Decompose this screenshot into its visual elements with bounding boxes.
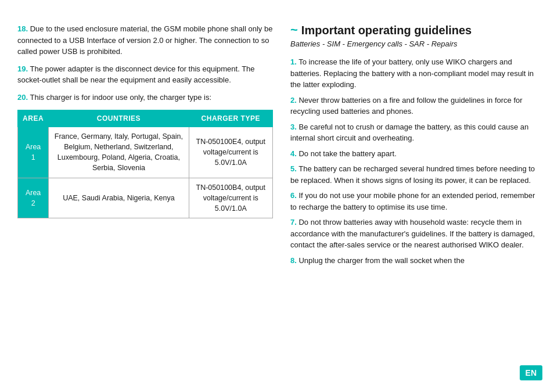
header-charger-type: CHARGER TYPE [189, 110, 272, 127]
item-18-text: Due to the used enclosure material, the … [17, 24, 272, 56]
item-20-text: This charger is for indoor use only, the… [28, 93, 211, 102]
table-header-row: AREA COUNTRIES CHARGER TYPE [18, 110, 273, 127]
page: 18. Due to the used enclosure material, … [0, 0, 554, 392]
right-item-5-text: The battery can be recharged several hun… [290, 164, 535, 185]
charger-type-2: TN-050100B4, output voltage/current is 5… [189, 178, 272, 218]
right-item-7-text: Do not throw batteries away with househo… [290, 218, 535, 249]
right-item-2-text: Never throw batteries on a fire and foll… [290, 96, 523, 116]
right-item-3: 3. Be careful not to crush or damage the… [290, 121, 537, 144]
countries-2: UAE, Saudi Arabia, Nigeria, Kenya [49, 178, 189, 218]
tilde-symbol: ~ [290, 24, 298, 37]
right-item-7-number: 7. [290, 218, 297, 226]
item-19-text: The power adapter is the disconnect devi… [17, 64, 255, 85]
right-item-2: 2. Never throw batteries on a fire and f… [290, 95, 537, 117]
item-18: 18. Due to the used enclosure material, … [17, 23, 273, 57]
right-item-8-number: 8. [290, 256, 297, 265]
area-1: Area 1 [18, 127, 49, 178]
right-item-1-text: To increase the life of your battery, on… [290, 57, 534, 89]
right-item-2-number: 2. [290, 96, 297, 105]
header-area: AREA [18, 110, 49, 127]
section-subtitle: Batteries - SIM - Emergency calls - SAR … [290, 39, 537, 48]
language-badge: EN [520, 365, 542, 380]
right-item-4-text: Do not take the battery apart. [297, 149, 397, 158]
right-item-3-text: Be careful not to crush or damage the ba… [290, 123, 528, 143]
item-20-number: 20. [17, 93, 28, 102]
right-item-4-number: 4. [290, 149, 297, 158]
item-18-number: 18. [17, 24, 28, 33]
right-item-5-number: 5. [290, 164, 297, 173]
charger-type-1: TN-050100E4, output voltage/current is 5… [189, 127, 272, 178]
right-item-8: 8. Unplug the charger from the wall sock… [290, 255, 537, 267]
charger-table: AREA COUNTRIES CHARGER TYPE Area 1 Franc… [17, 110, 273, 218]
area-2: Area 2 [18, 178, 49, 218]
item-19: 19. The power adapter is the disconnect … [17, 63, 273, 86]
table-row: Area 1 France, Germany, Italy, Portugal,… [18, 127, 273, 178]
header-countries: COUNTRIES [49, 110, 189, 127]
right-item-1: 1. To increase the life of your battery,… [290, 56, 537, 91]
right-item-3-number: 3. [290, 123, 297, 131]
right-item-8-text: Unplug the charger from the wall socket … [297, 256, 465, 265]
section-heading: ~ Important operating guidelines [290, 23, 537, 37]
right-item-1-number: 1. [290, 57, 297, 66]
countries-1: France, Germany, Italy, Portugal, Spain,… [49, 127, 189, 178]
right-item-6-number: 6. [290, 191, 297, 200]
table-row: Area 2 UAE, Saudi Arabia, Nigeria, Kenya… [18, 178, 273, 218]
right-item-5: 5. The battery can be recharged several … [290, 163, 537, 186]
right-column: ~ Important operating guidelines Batteri… [290, 23, 537, 375]
right-item-7: 7. Do not throw batteries away with hous… [290, 217, 537, 251]
item-20: 20. This charger is for indoor use only,… [17, 92, 273, 103]
right-item-4: 4. Do not take the battery apart. [290, 148, 537, 160]
right-item-6-text: If you do not use your mobile phone for … [290, 191, 535, 211]
left-column: 18. Due to the used enclosure material, … [17, 23, 273, 375]
item-19-number: 19. [17, 64, 28, 73]
section-title: Important operating guidelines [301, 23, 472, 37]
right-item-6: 6. If you do not use your mobile phone f… [290, 190, 537, 213]
